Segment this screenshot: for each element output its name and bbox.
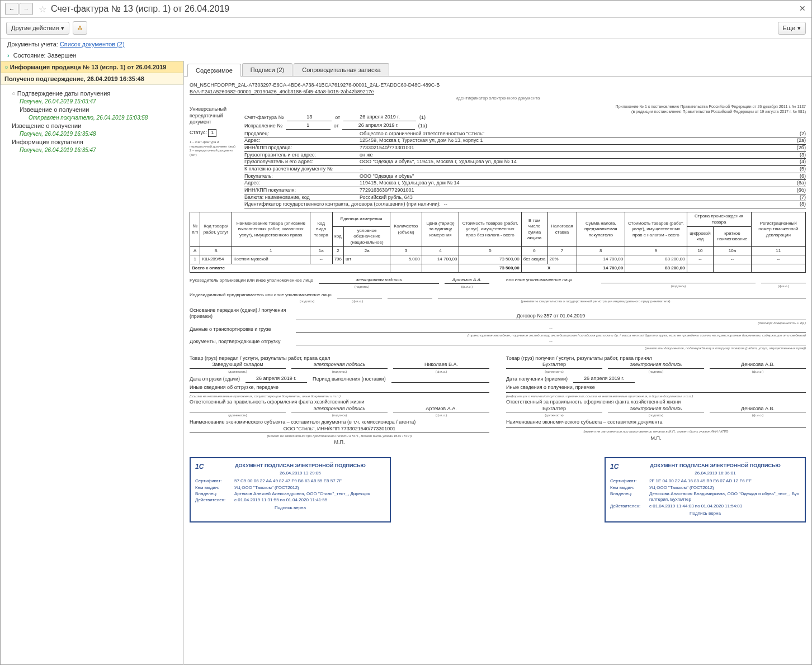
header-kv-row: ИНН/КПП покупателя:7729163630/772901001(… [244, 187, 806, 194]
events-tree: Подтверждение даты получения Получен, 26… [1, 85, 183, 156]
total-row: Всего к оплате 73 500,00 Х 14 700,00 88 … [190, 264, 806, 272]
more-button[interactable]: Еще ▾ [778, 22, 806, 35]
document-viewport[interactable]: ON_NSCHFDOPPR_2AL-A7303297-E6CA-4BD6-A73… [184, 77, 811, 665]
correction-number: 1 [286, 122, 331, 130]
header-kv-row: Грузополучатель и его адрес:ООО "Одежда … [244, 159, 806, 166]
tree-item[interactable]: Извещение о получении [11, 104, 181, 115]
signature-stamp-buyer: 1CДОКУМЕНТ ПОДПИСАН ЭЛЕКТРОННОЙ ПОДПИСЬЮ… [605, 457, 806, 522]
director-signature: электронная подпись [319, 277, 439, 283]
signature-stamp-seller: 1CДОКУМЕНТ ПОДПИСАН ЭЛЕКТРОННОЙ ПОДПИСЬЮ… [190, 457, 391, 522]
items-grid: № п/п Код товара/ работ, услуг Наименова… [190, 212, 806, 273]
header-kv-row: Валюта: наименование, кодРоссийский рубл… [244, 194, 806, 202]
chevron-down-icon: ▾ [797, 25, 801, 32]
header-kv-row: ИНН/КПП продавца:7733021540/773301001(2б… [244, 145, 806, 152]
hierarchy-button[interactable] [73, 21, 87, 35]
close-button[interactable]: ✕ [799, 4, 806, 13]
doc-id: ON_NSCHFDOPPR_2AL-A7303297-E6CA-4BD6-A73… [190, 82, 806, 88]
doc-id2: BAA-F241A5260682-00001_20190426_49cb3186… [190, 89, 374, 95]
table-row: 1 КШ-289/54 Костюм мужской -- 796 шт 5,0… [190, 255, 806, 264]
docs-list-link[interactable]: Список документов (2) [60, 41, 125, 48]
tree-item[interactable]: Информация покупателя [11, 137, 181, 147]
upd-label-block: Универсальный передаточный документ Стат… [190, 104, 239, 208]
header-kv-row: Идентификатор государственного контракта… [244, 201, 806, 208]
doc-id-sub: идентификатор электронного документа [190, 96, 806, 101]
tab-content[interactable]: Содержимое [187, 64, 241, 77]
svg-rect-0 [79, 26, 81, 27]
docs-label: Документы учета: [7, 41, 58, 48]
left-panel-subheader: Получено подтверждение, 26.04.2019 16:35… [1, 73, 183, 85]
director-fio: Артемов А.А. [445, 277, 489, 283]
tree-item-status: Получен, 26.04.2019 16:35:47 [11, 147, 181, 153]
favorite-star-icon[interactable]: ☆ [39, 4, 46, 15]
status-collapser[interactable]: › [7, 52, 10, 59]
tree-item-status: Получен, 26.04.2019 15:03:47 [11, 98, 181, 104]
tab-cover-note[interactable]: Сопроводительная записка [294, 63, 389, 76]
tab-signatures[interactable]: Подписи (2) [242, 63, 292, 76]
chevron-down-icon: ▾ [61, 25, 64, 32]
header-kv-row: К платежно-расчетному документу №--(5) [244, 166, 806, 173]
appendix-note2: (в редакции постановления Правительства … [244, 109, 806, 114]
svg-rect-1 [78, 28, 79, 30]
left-panel-header[interactable]: ○ Информация продавца № 13 (испр. 1) от … [1, 61, 183, 73]
sf-date: 26 апреля 2019 г. [343, 114, 416, 121]
correction-date: 26 апреля 2019 г. [342, 122, 415, 130]
header-kv-row: Адрес:125459, Москва г, Туристская ул, д… [244, 137, 806, 145]
status-value: Завершен [48, 52, 77, 59]
upd-status-value: 1 [208, 129, 216, 137]
hierarchy-icon [78, 24, 82, 32]
tree-item[interactable]: Извещение о получении [11, 121, 181, 131]
sf-number: 13 [287, 114, 332, 121]
header-kv-row: Грузоотправитель и его адрес:он же(3) [244, 152, 806, 159]
other-actions-button[interactable]: Другие действия ▾ [6, 22, 69, 35]
tree-item-status: Отправлен получателю, 26.04.2019 15:03:5… [11, 115, 181, 121]
basis-value: Договор № 357 от 01.04.2019 [296, 313, 806, 320]
nav-back-button[interactable]: ← [5, 3, 18, 15]
header-kv-row: Покупатель:ООО "Одежда и обувь"(6) [244, 173, 806, 180]
header-kv-row: Адрес:119415, Москва г, Удальцова ул, до… [244, 180, 806, 187]
status-label: Состояние: [13, 52, 46, 59]
nav-forward-button[interactable]: → [20, 3, 33, 15]
svg-rect-2 [81, 28, 82, 30]
header-kv-row: Продавец:Общество с ограниченной ответст… [244, 131, 806, 138]
tree-item[interactable]: Подтверждение даты получения [11, 88, 181, 98]
window-title: Счет-фактура № 13 (испр. 1) от 26.04.201… [51, 4, 229, 14]
appendix-note: Приложение № 1 к постановлению Правитель… [244, 104, 806, 109]
tree-item-status: Получен, 26.04.2019 16:35:48 [11, 131, 181, 137]
